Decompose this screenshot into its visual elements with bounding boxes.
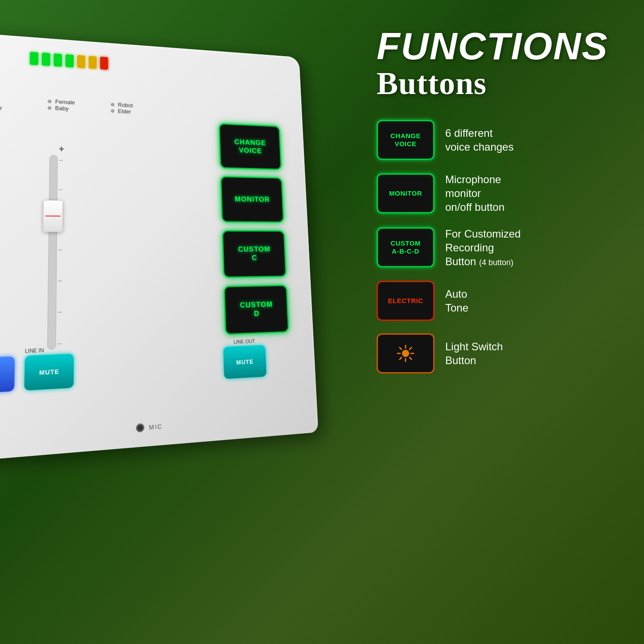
fader2-notches	[57, 156, 63, 349]
led-6	[89, 56, 97, 69]
voice-labels: Male Monster	[0, 94, 2, 111]
main-title-buttons: Buttons	[377, 65, 622, 102]
fader2-plus: +	[59, 144, 64, 154]
led-3	[53, 53, 62, 67]
fader2-handle[interactable]	[43, 200, 63, 232]
custom-btn-label: CUSTOMA-B-C-D	[390, 239, 421, 255]
mute-section: PHONE MUTE	[0, 346, 20, 394]
svg-line-6	[410, 357, 411, 359]
line-out-mute-btn[interactable]: MUTE	[223, 345, 267, 379]
voice-labels-mid: Female Baby	[48, 98, 75, 112]
fader2-track-area	[47, 155, 58, 350]
svg-point-0	[402, 350, 409, 357]
change-voice-btn-label: CHANGEVOICE	[390, 132, 421, 148]
sun-svg	[396, 344, 415, 363]
notch	[59, 189, 62, 190]
device-function-buttons: CHANGEVOICE MONITOR CUSTOMC CUSTOMD	[218, 123, 289, 335]
voice-labels-right: Robot Elder	[111, 101, 133, 115]
voice-label-elder-text: Elder	[118, 108, 131, 115]
voice-dot-robot	[111, 103, 115, 106]
sun-icon	[396, 344, 415, 363]
electric-btn-label: ELECTRIC	[388, 297, 423, 305]
device-area: 🎧 Male Monster Female Baby	[0, 0, 365, 644]
voice-label-monster: Monster	[0, 103, 2, 111]
led-4	[66, 54, 74, 67]
led-2	[42, 53, 50, 66]
led-1	[30, 52, 38, 65]
voice-dot-baby	[48, 106, 51, 110]
svg-line-8	[400, 357, 402, 359]
mic-jack	[136, 423, 144, 432]
monitor-btn-label: MONITOR	[389, 189, 422, 197]
line-out-label: LINE OUT	[223, 338, 265, 345]
device-custom-c-label: CUSTOMC	[238, 245, 271, 263]
notch	[57, 344, 62, 344]
custom-display: CUSTOMA-B-C-D	[377, 227, 435, 267]
device-body: 🎧 Male Monster Female Baby	[0, 33, 318, 462]
monitor-description: Microphonemonitoron/off button	[445, 172, 505, 214]
device-change-voice-label: CHANGEVOICE	[234, 138, 267, 156]
notch	[58, 250, 62, 250]
device-custom-c-btn[interactable]: CUSTOMC	[222, 230, 287, 278]
light-switch-description: Light SwitchButton	[445, 340, 503, 367]
line-in-label: LINE IN	[25, 346, 74, 354]
fader2-track	[47, 155, 58, 350]
svg-line-7	[410, 348, 411, 349]
change-voice-description: 6 differentvoice changes	[445, 126, 513, 154]
function-item-custom: CUSTOMA-B-C-D For CustomizedRecordingBut…	[377, 227, 622, 269]
function-item-monitor: MONITOR Microphonemonitoron/off button	[377, 172, 622, 214]
device-custom-d-btn[interactable]: CUSTOMD	[224, 285, 289, 335]
function-item-change-voice: CHANGEVOICE 6 differentvoice changes	[377, 120, 622, 160]
mic-section: MIC	[136, 422, 163, 432]
voice-label-elder: Elder	[111, 107, 133, 115]
notch	[59, 160, 63, 160]
led-5	[77, 55, 85, 68]
main-title-functions: FUNCTIONS	[377, 27, 622, 65]
monitor-display: MONITOR	[377, 173, 435, 213]
function-item-electric: ELECTRIC AutoTone	[377, 281, 622, 321]
device-monitor-btn[interactable]: MONITOR	[220, 176, 284, 223]
electric-display: ELECTRIC	[377, 281, 435, 321]
led-meter	[30, 52, 108, 70]
voice-label-male: Male	[0, 94, 2, 102]
line-out-section: LINE OUT MUTE	[223, 338, 266, 379]
voice-dot-elder	[111, 109, 115, 113]
function-item-light-switch: Light SwitchButton	[377, 333, 622, 373]
change-voice-display: CHANGEVOICE	[377, 120, 435, 160]
light-switch-display	[377, 333, 435, 373]
electric-description: AutoTone	[445, 287, 468, 315]
notch	[58, 281, 62, 281]
notch	[58, 312, 62, 312]
device-monitor-label: MONITOR	[235, 195, 270, 204]
right-panel: FUNCTIONS Buttons CHANGEVOICE 6 differen…	[354, 0, 644, 644]
mic-label: MIC	[149, 422, 163, 431]
line-in-mute-section: LINE IN MUTE	[24, 346, 74, 390]
led-7	[100, 57, 108, 70]
device-change-voice-btn[interactable]: CHANGEVOICE	[218, 123, 282, 170]
line-in-mute-btn[interactable]: MUTE	[24, 353, 74, 390]
svg-line-5	[400, 348, 402, 349]
phone-mute-btn[interactable]: MUTE	[0, 356, 15, 394]
voice-label-monster-text: Monster	[0, 104, 2, 111]
voice-label-baby-text: Baby	[55, 105, 69, 112]
device-custom-d-label: CUSTOMD	[240, 300, 273, 319]
custom-description: For CustomizedRecordingButton (4 button)	[445, 227, 521, 269]
voice-dot-female	[48, 99, 51, 103]
